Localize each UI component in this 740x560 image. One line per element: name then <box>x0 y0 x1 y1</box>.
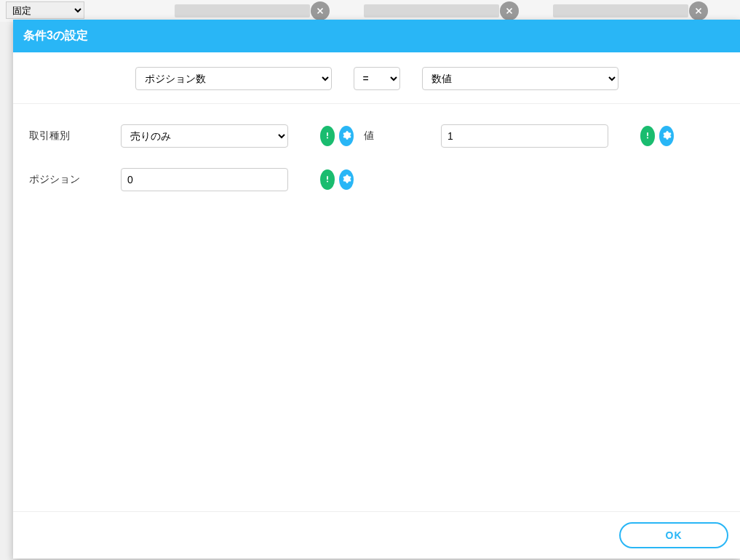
position-input[interactable] <box>121 168 288 191</box>
svg-point-3 <box>647 137 648 138</box>
position-settings-button[interactable] <box>339 169 354 190</box>
modal-body: 取引種別 売りのみ 値 <box>13 104 740 511</box>
gear-icon <box>341 130 351 143</box>
modal-top-selector-row: ポジション数 = 数値 <box>13 52 740 104</box>
trade-type-select[interactable]: 売りのみ <box>121 124 288 148</box>
trade-type-label: 取引種別 <box>19 129 121 143</box>
close-icon[interactable] <box>500 1 519 20</box>
value-settings-button[interactable] <box>659 126 674 146</box>
trade-type-settings-button[interactable] <box>339 126 354 146</box>
gear-icon <box>661 130 672 143</box>
ok-button[interactable]: OK <box>619 522 728 548</box>
position-alert-button[interactable] <box>320 169 335 190</box>
operator-select[interactable]: = <box>354 67 400 90</box>
bg-bar <box>175 4 310 17</box>
close-icon[interactable] <box>311 1 330 20</box>
svg-point-1 <box>327 137 328 138</box>
trade-type-alert-button[interactable] <box>320 126 335 146</box>
bg-bar <box>553 4 688 17</box>
value-input[interactable] <box>441 124 608 148</box>
background-layer: 固定 <box>0 0 740 22</box>
alert-icon <box>322 174 333 186</box>
right-value-type-select[interactable]: 数値 <box>422 67 618 90</box>
value-alert-button[interactable] <box>640 126 655 146</box>
left-quantity-select[interactable]: ポジション数 <box>135 67 332 90</box>
svg-point-5 <box>327 180 328 182</box>
alert-icon <box>642 130 653 143</box>
close-icon[interactable] <box>689 1 708 20</box>
svg-rect-4 <box>327 175 328 179</box>
gear-icon <box>341 174 351 186</box>
svg-rect-0 <box>327 132 328 135</box>
alert-icon <box>322 130 333 143</box>
bg-bar <box>364 4 499 17</box>
svg-rect-2 <box>647 132 648 135</box>
modal-title: 条件3の設定 <box>13 20 740 52</box>
condition-settings-modal: 条件3の設定 ポジション数 = 数値 取引種別 売りのみ <box>13 20 740 559</box>
modal-footer: OK <box>13 511 740 559</box>
bg-fixed-select[interactable]: 固定 <box>6 1 84 19</box>
value-label: 値 <box>354 129 441 143</box>
position-label: ポジション <box>19 173 121 186</box>
